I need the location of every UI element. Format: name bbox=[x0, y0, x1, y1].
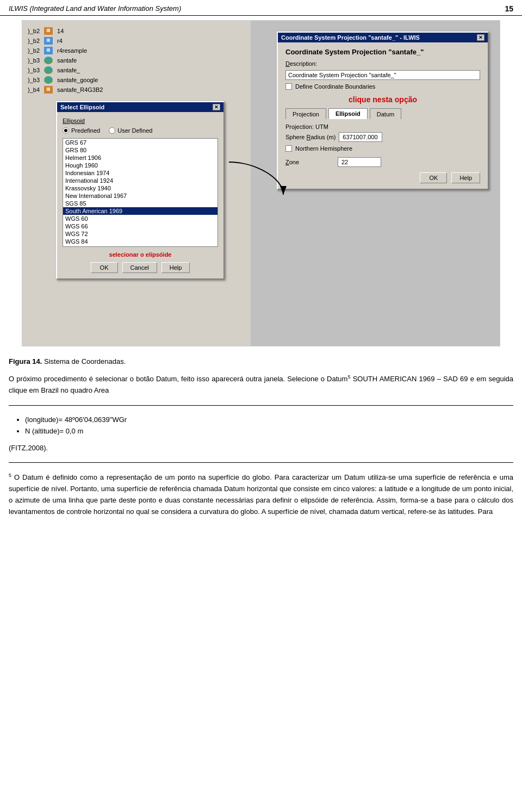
description-input-row bbox=[285, 70, 480, 80]
coord-dialog-heading: Coordinate System Projection "santafe_" bbox=[285, 48, 480, 56]
radio-user-defined[interactable]: User Defined bbox=[109, 127, 152, 134]
sphere-radius-value: 6371007.000 bbox=[339, 132, 382, 142]
file-icon-globe: 🌐 bbox=[44, 57, 53, 64]
radio-user-defined-dot bbox=[109, 127, 115, 134]
longitude-item: (longitude)= 48º06'04,0639"WGr bbox=[25, 414, 513, 426]
file-list: )_b2 ▦ 14 )_b2 ▦ r4 )_b2 ▦ r4resample )_… bbox=[28, 26, 103, 95]
list-item: )_b2 ▦ r4 bbox=[28, 36, 103, 46]
list-item-wgs72[interactable]: WGS 72 bbox=[63, 230, 217, 238]
list-item-south-american[interactable]: South American 1969 bbox=[63, 207, 217, 215]
radio-predefined[interactable]: Predefined bbox=[63, 127, 100, 134]
northern-hemisphere-checkbox[interactable] bbox=[285, 145, 292, 152]
page-title: ILWIS (Integrated Land and Water Informa… bbox=[9, 4, 181, 13]
coord-ok-button[interactable]: OK bbox=[420, 172, 447, 183]
coord-help-button[interactable]: Help bbox=[451, 172, 480, 183]
sphere-radius-row: Sphere Radius (m) 6371007.000 bbox=[285, 132, 480, 142]
screenshot-container: )_b2 ▦ 14 )_b2 ▦ r4 )_b2 ▦ r4resample )_… bbox=[22, 20, 500, 346]
define-coord-row: Define Coordinate Boundaries bbox=[285, 83, 480, 90]
ellipsoid-help-button[interactable]: Help bbox=[161, 262, 190, 273]
tab-datum[interactable]: Datum bbox=[370, 108, 401, 119]
file-icon: ▦ bbox=[44, 37, 53, 45]
file-icon: ▦ bbox=[44, 86, 53, 94]
list-item-krassovsky[interactable]: Krassovsky 1940 bbox=[63, 184, 217, 192]
page-number: 15 bbox=[505, 4, 513, 13]
ellipsoid-cancel-button[interactable]: Cancel bbox=[122, 262, 157, 273]
ellipsoid-annotation: selecionar o elipsóide bbox=[63, 251, 218, 258]
zone-row: Zone 22 bbox=[285, 157, 480, 167]
file-icon: ▦ bbox=[44, 27, 53, 35]
list-item-indonesian[interactable]: Indonesian 1974 bbox=[63, 169, 217, 177]
list-item-wgs84[interactable]: WGS 84 bbox=[63, 238, 217, 245]
ellipsoid-dialog: Select Ellipsoid ✕ Ellipsoid Predefined … bbox=[56, 101, 225, 280]
coord-dialog-body: Coordinate System Projection "santafe_" … bbox=[278, 42, 488, 189]
radio-predefined-dot bbox=[63, 127, 69, 134]
zone-value: 22 bbox=[338, 157, 381, 167]
file-icon: ▦ bbox=[44, 47, 53, 54]
coord-annotation: clique nesta opção bbox=[285, 95, 480, 104]
description-field-row: Description: bbox=[285, 60, 480, 67]
list-item: )_b3 🌐 santafe bbox=[28, 55, 103, 65]
list-item-hough[interactable]: Hough 1960 bbox=[63, 162, 217, 169]
tab-projection[interactable]: Projection bbox=[285, 108, 326, 119]
figure-caption: Figura 14. Sistema de Coordenadas. bbox=[9, 357, 513, 365]
zone-label: Zone bbox=[285, 159, 334, 165]
list-item: )_b2 ▦ r4resample bbox=[28, 46, 103, 55]
tab-ellipsoid[interactable]: Ellipsoid bbox=[328, 108, 368, 119]
coord-dialog-titlebar: Coordinate System Projection "santafe_" … bbox=[278, 33, 488, 42]
sphere-radius-label: Sphere Radius (m) bbox=[285, 134, 335, 140]
list-item-grs80[interactable]: GRS 80 bbox=[63, 146, 217, 154]
projection-label: Projection: UTM bbox=[285, 123, 480, 130]
define-coord-label: Define Coordinate Boundaries bbox=[295, 83, 375, 90]
body-paragraph-1: O próximo procedimento é selecionar o bo… bbox=[9, 373, 513, 396]
coord-close-button[interactable]: ✕ bbox=[477, 34, 484, 41]
list-item-wgs66[interactable]: WGS 66 bbox=[63, 222, 217, 230]
section-divider bbox=[9, 405, 513, 406]
list-item-grs67[interactable]: GRS 67 bbox=[63, 139, 217, 146]
radio-group: Predefined User Defined bbox=[63, 127, 218, 134]
list-item: )_b4 ▦ santafe_R4G3B2 bbox=[28, 85, 103, 95]
ellipsoid-list[interactable]: GRS 67 GRS 80 Helmert 1906 Hough 1960 In… bbox=[63, 138, 218, 247]
description-input[interactable] bbox=[285, 70, 480, 80]
list-item: )_b2 ▦ 14 bbox=[28, 26, 103, 36]
file-icon-globe: 🌐 bbox=[44, 76, 53, 84]
list-item: )_b3 🌐 santafe_ bbox=[28, 65, 103, 75]
list-item-wgs60[interactable]: WGS 60 bbox=[63, 215, 217, 222]
body-paragraph-footnote: 5 O Datum é definido como a representaçã… bbox=[9, 472, 513, 518]
list-item: )_b3 🌐 santafe_google bbox=[28, 75, 103, 85]
northern-hemisphere-row: Northern Hemisphere bbox=[285, 145, 480, 152]
body-paragraph-fitz: (FITZ,2008). bbox=[9, 443, 513, 454]
ellipsoid-dialog-buttons: OK Cancel Help bbox=[63, 262, 218, 273]
list-item-sgs85[interactable]: SGS 85 bbox=[63, 200, 217, 207]
altitude-item: N (altitude)= 0,0 m bbox=[25, 426, 513, 437]
list-item-international[interactable]: International 1924 bbox=[63, 177, 217, 184]
tab-row: Projection Ellipsoid Datum bbox=[285, 108, 480, 119]
coord-dialog-title: Coordinate System Projection "santafe_" … bbox=[281, 34, 420, 41]
northern-hemisphere-label: Northern Hemisphere bbox=[295, 145, 352, 152]
list-item-helmert[interactable]: Helmert 1906 bbox=[63, 154, 217, 162]
list-item-new-international[interactable]: New International 1967 bbox=[63, 192, 217, 200]
file-icon-globe: 🌐 bbox=[44, 66, 53, 74]
section-divider-2 bbox=[9, 462, 513, 463]
coord-dialog-buttons: OK Help bbox=[285, 172, 480, 183]
content-area: )_b2 ▦ 14 )_b2 ▦ r4 )_b2 ▦ r4resample )_… bbox=[0, 16, 522, 528]
define-coord-checkbox[interactable] bbox=[285, 83, 292, 90]
ellipsoid-dialog-titlebar: Select Ellipsoid ✕ bbox=[57, 102, 223, 112]
description-label: Description: bbox=[285, 60, 334, 67]
ellipsoid-dialog-title: Select Ellipsoid bbox=[60, 104, 104, 110]
coordinates-list: (longitude)= 48º06'04,0639"WGr N (altitu… bbox=[9, 414, 513, 437]
coord-system-dialog: Coordinate System Projection "santafe_" … bbox=[277, 32, 489, 190]
ellipsoid-label: Ellipsoid bbox=[63, 117, 218, 124]
ellipsoid-close-button[interactable]: ✕ bbox=[213, 104, 220, 110]
ellipsoid-ok-button[interactable]: OK bbox=[91, 262, 118, 273]
page-header: ILWIS (Integrated Land and Water Informa… bbox=[0, 0, 522, 16]
ellipsoid-dialog-body: Ellipsoid Predefined User Defined GRS 67… bbox=[57, 112, 223, 278]
